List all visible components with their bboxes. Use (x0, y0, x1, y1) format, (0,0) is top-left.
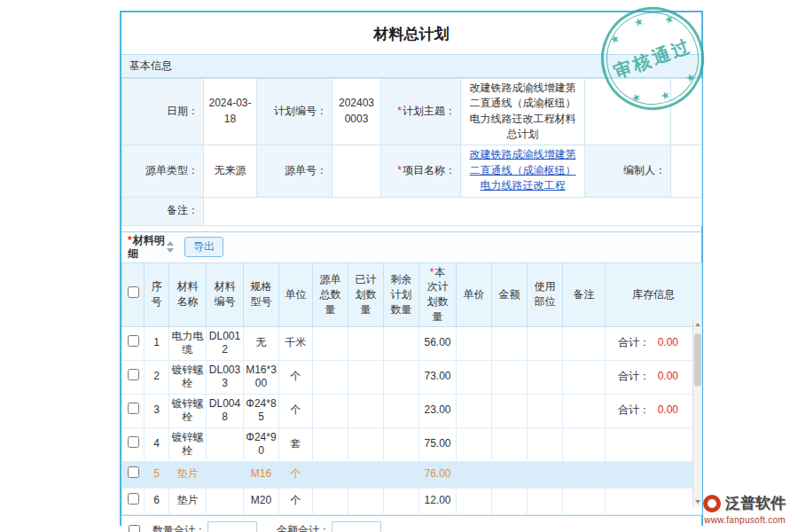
plan-no-label: 计划编号： (257, 79, 332, 145)
detail-title-text: 材料明细 (128, 234, 165, 260)
cell-remark (563, 427, 606, 461)
table-row[interactable]: 4镀锌螺栓Φ24*90套75.00 (122, 427, 702, 461)
cell-unit: 个 (279, 360, 313, 394)
row-checkbox[interactable] (128, 436, 139, 448)
project-label-text: 项目名称： (403, 164, 456, 176)
table-row[interactable]: 3镀锌螺栓DL0048Φ24*85个23.00合计：0.00 (122, 394, 702, 427)
basic-info-section-header: 基本信息 (121, 54, 701, 78)
cell-unit: 千米 (279, 326, 313, 360)
cell-cur_qty: 73.00 (419, 360, 457, 394)
source-type-value: 无来源 (204, 145, 257, 197)
remark-label: 备注： (122, 197, 204, 225)
cell-name: 镀锌螺栓 (169, 360, 207, 394)
row-checkbox-cell (122, 427, 145, 461)
row-checkbox-cell (122, 488, 145, 514)
cell-amount (492, 326, 528, 360)
amount-total-input[interactable] (332, 521, 381, 532)
source-no-label: 源单号： (257, 145, 332, 197)
project-name-link[interactable]: 改建铁路成渝线增建第二直通线（成渝枢纽）电力线路迁改工程 (470, 148, 576, 192)
stock-total-value: 0.00 (658, 336, 678, 350)
vendor-watermark: 泛普软件 www.fanpusoft.com (703, 493, 786, 525)
cell-amount (492, 360, 528, 394)
collapse-down-icon[interactable] (167, 248, 174, 253)
required-asterisk: * (397, 164, 402, 176)
header-checkbox-cell (122, 262, 145, 326)
table-row[interactable]: 2镀锌螺栓DL0033M16*300个73.00合计：0.00 (122, 360, 702, 394)
cell-part (528, 461, 563, 488)
header-cell-amount: 金额 (492, 262, 528, 326)
header-cell-remark: 备注 (563, 262, 606, 326)
row-checkbox[interactable] (128, 335, 139, 347)
header-cell-no: 序号 (145, 262, 169, 326)
required-asterisk: * (397, 105, 402, 117)
header-cell-src_qty: 源单总数量 (313, 262, 348, 326)
cell-no: 3 (145, 394, 169, 427)
cell-remain_qty (384, 394, 419, 427)
collapse-up-icon[interactable] (167, 241, 174, 246)
cell-price (457, 488, 492, 514)
detail-toolbar: *材料明细 导出 (121, 232, 701, 262)
cell-stock (606, 427, 702, 461)
row-checkbox-cell (122, 461, 145, 488)
table-row[interactable]: 6垫片M20个12.00 (122, 488, 702, 514)
scroll-thumb[interactable] (694, 333, 701, 387)
collapse-control[interactable] (167, 241, 174, 253)
stock-total-value: 0.00 (658, 370, 678, 384)
cell-src_qty (313, 360, 348, 394)
required-asterisk: * (128, 234, 132, 246)
header-cell-part: 使用部位 (528, 262, 563, 326)
cell-part (528, 488, 563, 514)
empty-cell (671, 79, 702, 145)
cell-unit: 个 (279, 394, 313, 427)
cell-part (528, 326, 563, 360)
cell-cur_qty: 56.00 (419, 326, 457, 360)
cell-amount (492, 394, 528, 427)
row-checkbox[interactable] (128, 403, 139, 414)
row-checkbox[interactable] (128, 369, 139, 380)
cell-amount (492, 427, 528, 461)
material-plan-panel: 材料总计划 基本信息 日期： 2024-03-18 计划编号： 20240300… (120, 11, 703, 526)
cell-cur_qty: 12.00 (419, 488, 457, 514)
scroll-up-icon[interactable] (694, 320, 701, 329)
table-row[interactable]: 5垫片M16个76.00 (122, 461, 702, 488)
table-scrollbar[interactable] (692, 319, 701, 507)
form-row: 日期： 2024-03-18 计划编号： 2024030003 *计划主题： 改… (122, 79, 702, 145)
header-cell-code: 材料编号 (207, 262, 244, 326)
row-checkbox[interactable] (128, 493, 139, 505)
cell-spec: 无 (244, 326, 279, 360)
scroll-down-icon[interactable] (694, 497, 701, 506)
stock-total-label: 合计： (618, 370, 650, 384)
cell-unit: 个 (279, 488, 313, 514)
qty-total-label: 数量合计： (153, 523, 206, 532)
qty-total-input[interactable] (207, 521, 257, 532)
cell-name: 镀锌螺栓 (169, 427, 207, 461)
detail-table: 序号材料名称材料编号规格型号单位源单总数量已计划数量剩余计划数量*本次计划数量单… (121, 262, 702, 515)
stock-total-value: 0.00 (658, 403, 678, 418)
header-cell-spec: 规格型号 (244, 262, 279, 326)
cell-remain_qty (384, 488, 419, 514)
select-all-checkbox[interactable] (128, 286, 139, 298)
row-checkbox-cell (122, 394, 145, 427)
cell-planned_qty (348, 326, 384, 360)
cell-remain_qty (384, 326, 419, 360)
table-row[interactable]: 1电力电缆DL0012无千米56.00合计：0.00 (122, 326, 702, 360)
export-button[interactable]: 导出 (184, 237, 223, 257)
header-cell-cur_qty: *本次计划数量 (419, 262, 457, 326)
cell-planned_qty (348, 394, 384, 427)
cell-cur_qty: 75.00 (419, 427, 457, 461)
footer-checkbox[interactable] (129, 525, 140, 532)
cell-stock (606, 488, 702, 514)
vendor-brand: 泛普软件 (725, 493, 786, 513)
cell-code: DL0048 (207, 394, 244, 427)
cell-src_qty (313, 394, 348, 427)
cell-spec: Φ24*90 (244, 427, 279, 461)
cell-part (528, 427, 563, 461)
totals-footer: 数量合计： 金额合计： (121, 515, 701, 532)
cell-name: 电力电缆 (169, 326, 207, 360)
table-header-row: 序号材料名称材料编号规格型号单位源单总数量已计划数量剩余计划数量*本次计划数量单… (122, 262, 702, 326)
row-checkbox[interactable] (128, 466, 139, 478)
page-title: 材料总计划 (121, 12, 701, 54)
row-checkbox-cell (122, 326, 145, 360)
cell-price (457, 394, 492, 427)
form-row: 备注： (122, 197, 702, 225)
